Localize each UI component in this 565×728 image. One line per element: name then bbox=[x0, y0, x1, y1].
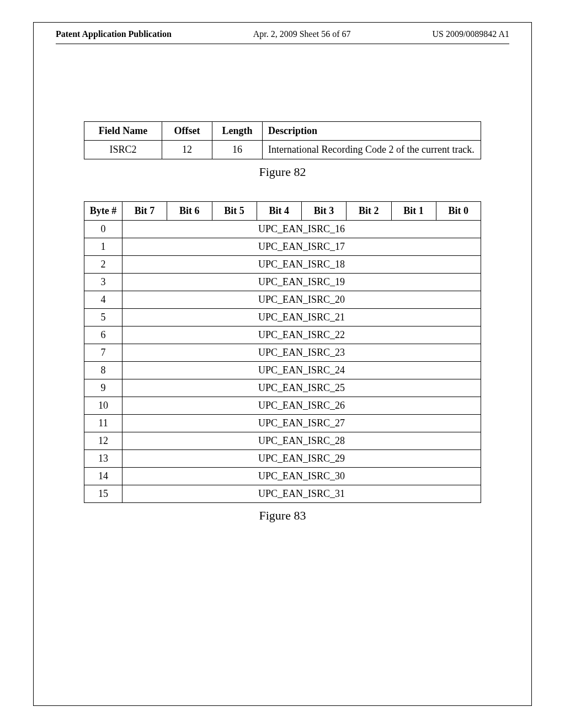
table-row: 12UPC_EAN_ISRC_28 bbox=[84, 432, 481, 450]
th-bit2: Bit 2 bbox=[347, 202, 391, 221]
cell-byte: 4 bbox=[84, 291, 122, 309]
header-right: US 2009/0089842 A1 bbox=[432, 29, 509, 39]
cell-byte: 3 bbox=[84, 274, 122, 291]
cell-byte: 11 bbox=[84, 415, 122, 432]
cell-byte: 0 bbox=[84, 221, 122, 238]
cell-value: UPC_EAN_ISRC_26 bbox=[122, 397, 481, 415]
cell-value: UPC_EAN_ISRC_21 bbox=[122, 309, 481, 326]
table-row: 15UPC_EAN_ISRC_31 bbox=[84, 485, 481, 503]
cell-length: 16 bbox=[212, 141, 263, 159]
th-bit7: Bit 7 bbox=[122, 202, 167, 221]
cell-value: UPC_EAN_ISRC_16 bbox=[122, 221, 481, 238]
th-field-name: Field Name bbox=[84, 122, 162, 141]
table-row: 13UPC_EAN_ISRC_29 bbox=[84, 450, 481, 468]
cell-byte: 14 bbox=[84, 468, 122, 485]
cell-byte: 2 bbox=[84, 256, 122, 274]
cell-value: UPC_EAN_ISRC_19 bbox=[122, 274, 481, 291]
th-description: Description bbox=[263, 122, 481, 141]
cell-value: UPC_EAN_ISRC_28 bbox=[122, 432, 481, 450]
table-row: 6UPC_EAN_ISRC_22 bbox=[84, 326, 481, 344]
cell-value: UPC_EAN_ISRC_24 bbox=[122, 362, 481, 379]
cell-value: UPC_EAN_ISRC_22 bbox=[122, 326, 481, 344]
cell-offset: 12 bbox=[162, 141, 212, 159]
cell-value: UPC_EAN_ISRC_25 bbox=[122, 379, 481, 397]
table-row: 2UPC_EAN_ISRC_18 bbox=[84, 256, 481, 274]
cell-value: UPC_EAN_ISRC_18 bbox=[122, 256, 481, 274]
cell-byte: 5 bbox=[84, 309, 122, 326]
header-left: Patent Application Publication bbox=[56, 29, 172, 39]
table-figure83: Byte # Bit 7 Bit 6 Bit 5 Bit 4 Bit 3 Bit… bbox=[84, 201, 481, 503]
table-row: 14UPC_EAN_ISRC_30 bbox=[84, 468, 481, 485]
cell-byte: 8 bbox=[84, 362, 122, 379]
cell-byte: 15 bbox=[84, 485, 122, 503]
header-center: Apr. 2, 2009 Sheet 56 of 67 bbox=[253, 29, 351, 39]
cell-byte: 1 bbox=[84, 238, 122, 256]
cell-value: UPC_EAN_ISRC_23 bbox=[122, 344, 481, 362]
table-row: 1UPC_EAN_ISRC_17 bbox=[84, 238, 481, 256]
table-row: 5UPC_EAN_ISRC_21 bbox=[84, 309, 481, 326]
table-row: 8UPC_EAN_ISRC_24 bbox=[84, 362, 481, 379]
th-byte: Byte # bbox=[84, 202, 122, 221]
cell-value: UPC_EAN_ISRC_31 bbox=[122, 485, 481, 503]
th-bit5: Bit 5 bbox=[212, 202, 257, 221]
cell-byte: 13 bbox=[84, 450, 122, 468]
table-header-row: Field Name Offset Length Description bbox=[84, 122, 481, 141]
page-header: Patent Application Publication Apr. 2, 2… bbox=[34, 23, 531, 44]
cell-byte: 10 bbox=[84, 397, 122, 415]
table-row: 9UPC_EAN_ISRC_25 bbox=[84, 379, 481, 397]
cell-value: UPC_EAN_ISRC_29 bbox=[122, 450, 481, 468]
cell-byte: 12 bbox=[84, 432, 122, 450]
th-length: Length bbox=[212, 122, 263, 141]
th-bit6: Bit 6 bbox=[167, 202, 212, 221]
cell-byte: 9 bbox=[84, 379, 122, 397]
table-row: ISRC2 12 16 International Recording Code… bbox=[84, 141, 481, 159]
th-bit3: Bit 3 bbox=[302, 202, 347, 221]
th-bit0: Bit 0 bbox=[436, 202, 481, 221]
table-row: 7UPC_EAN_ISRC_23 bbox=[84, 344, 481, 362]
table-figure82: Field Name Offset Length Description ISR… bbox=[84, 121, 481, 159]
cell-value: UPC_EAN_ISRC_20 bbox=[122, 291, 481, 309]
th-bit4: Bit 4 bbox=[257, 202, 301, 221]
table-row: 11UPC_EAN_ISRC_27 bbox=[84, 415, 481, 432]
figure-83-label: Figure 83 bbox=[56, 508, 509, 523]
cell-value: UPC_EAN_ISRC_30 bbox=[122, 468, 481, 485]
th-offset: Offset bbox=[162, 122, 212, 141]
table-row: 0UPC_EAN_ISRC_16 bbox=[84, 221, 481, 238]
cell-description: International Recording Code 2 of the cu… bbox=[263, 141, 481, 159]
cell-value: UPC_EAN_ISRC_17 bbox=[122, 238, 481, 256]
table-row: 4UPC_EAN_ISRC_20 bbox=[84, 291, 481, 309]
cell-field: ISRC2 bbox=[84, 141, 162, 159]
th-bit1: Bit 1 bbox=[391, 202, 436, 221]
page-frame: Patent Application Publication Apr. 2, 2… bbox=[33, 22, 532, 706]
table-row: 10UPC_EAN_ISRC_26 bbox=[84, 397, 481, 415]
table-row: 3UPC_EAN_ISRC_19 bbox=[84, 274, 481, 291]
cell-byte: 6 bbox=[84, 326, 122, 344]
table-header-row: Byte # Bit 7 Bit 6 Bit 5 Bit 4 Bit 3 Bit… bbox=[84, 202, 481, 221]
cell-byte: 7 bbox=[84, 344, 122, 362]
cell-value: UPC_EAN_ISRC_27 bbox=[122, 415, 481, 432]
page-content: Field Name Offset Length Description ISR… bbox=[34, 44, 531, 523]
figure-82-label: Figure 82 bbox=[56, 165, 509, 179]
